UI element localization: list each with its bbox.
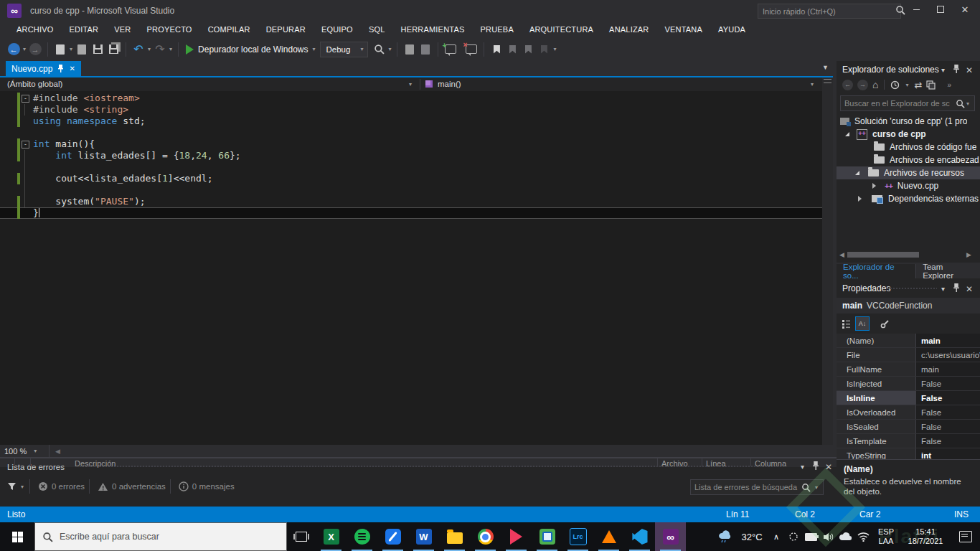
scroll-left-icon[interactable]: ◀ — [839, 251, 844, 258]
property-row-file[interactable]: Filec:\users\usuario\ — [837, 348, 980, 362]
taskbar-vscode-button[interactable] — [624, 522, 655, 551]
restore-button[interactable] — [930, 0, 951, 19]
taskbar-vlc-button[interactable] — [593, 522, 624, 551]
home-icon[interactable]: ⌂ — [872, 79, 878, 90]
code-line-4[interactable] — [0, 127, 822, 138]
debug-target-dropdown-icon[interactable]: ▾ — [312, 46, 315, 52]
taskbar-stylus-button[interactable] — [377, 522, 408, 551]
property-pages-icon[interactable] — [878, 317, 891, 330]
menu-arquitectura[interactable]: ARQUITECTURA — [522, 23, 601, 36]
clear-bookmarks-button[interactable] — [537, 41, 551, 58]
toggle-bookmark-button[interactable] — [489, 41, 504, 58]
properties-dropdown-icon[interactable]: ▾ — [941, 285, 945, 293]
editor-zoom-combobox[interactable]: 100 % ▾ — [0, 445, 50, 457]
scroll-right-icon[interactable]: ▶ — [966, 251, 971, 258]
categorized-view-icon[interactable] — [839, 317, 852, 330]
add-comment-button[interactable]: + — [443, 41, 458, 58]
code-line-1[interactable]: -#include <iostream> — [0, 93, 822, 104]
messages-count[interactable]: 0 mensajes — [192, 482, 235, 491]
collapsed-arrow-icon[interactable] — [872, 183, 876, 189]
solution-explorer-pin-icon[interactable] — [953, 65, 960, 73]
property-value[interactable]: False — [916, 405, 980, 419]
property-row-isinline[interactable]: IsInlineFalse — [837, 391, 980, 405]
task-view-button[interactable] — [287, 522, 316, 551]
collapsed-arrow-icon[interactable] — [858, 196, 862, 202]
delete-comment-button[interactable]: × — [464, 41, 479, 58]
expanded-arrow-icon[interactable] — [855, 171, 859, 175]
quick-launch-input[interactable]: Inicio rápido (Ctrl+Q) — [758, 4, 901, 19]
property-value[interactable]: False — [916, 434, 980, 448]
taskbar-play-button[interactable] — [501, 522, 532, 551]
alphabetical-sort-icon[interactable]: A↓ — [855, 316, 870, 331]
menu-herramientas[interactable]: HERRAMIENTAS — [393, 23, 473, 36]
tree-item-header-files[interactable]: Archivos de encabezad — [837, 154, 980, 166]
property-row-fullname[interactable]: FullNamemain — [837, 362, 980, 377]
taskbar-excel-button[interactable] — [316, 522, 347, 551]
collapse-all-icon[interactable] — [926, 80, 936, 90]
tree-item-resource-files[interactable]: Archivos de recursos — [837, 166, 980, 179]
menu-ayuda[interactable]: AYUDA — [710, 23, 753, 36]
previous-bookmark-button[interactable] — [505, 41, 519, 58]
tab-solution-explorer[interactable]: Explorador de so... — [837, 264, 916, 278]
menu-editar[interactable]: EDITAR — [62, 23, 107, 36]
action-center-button[interactable] — [951, 522, 980, 551]
scope-dropdown-icon[interactable]: ▾ — [409, 81, 412, 88]
minimize-button[interactable] — [905, 0, 927, 19]
column-linea[interactable]: Línea — [706, 459, 726, 467]
tree-item-external-dependencies[interactable]: Dependencias externas — [837, 192, 980, 205]
expanded-arrow-icon[interactable] — [845, 132, 849, 136]
property-row-isoverloaded[interactable]: IsOverloadedFalse — [837, 405, 980, 420]
undo-dropdown-icon[interactable]: ▾ — [148, 46, 151, 52]
code-line-8[interactable]: cout<<lista_edades[1]<<endl; — [0, 173, 822, 184]
se-overflow-icon[interactable]: » — [947, 81, 951, 89]
menu-proyecto[interactable]: PROYECTO — [138, 23, 199, 36]
member-dropdown-icon[interactable]: ▾ — [811, 81, 814, 88]
code-line-2[interactable]: #include <string> — [0, 104, 822, 116]
scrollbar-thumb[interactable] — [847, 252, 919, 258]
taskbar-explorer-button[interactable] — [439, 522, 470, 551]
properties-pin-icon[interactable] — [953, 283, 960, 292]
fold-collapse-icon[interactable]: - — [22, 141, 29, 149]
menu-analizar[interactable]: ANALIZAR — [601, 23, 656, 36]
close-button[interactable]: ✕ — [954, 0, 976, 19]
error-list-dropdown-icon[interactable]: ▾ — [801, 463, 804, 471]
menu-compilar[interactable]: COMPILAR — [200, 23, 258, 36]
tray-app-icon[interactable] — [785, 522, 802, 551]
property-row-istemplate[interactable]: IsTemplateFalse — [837, 434, 980, 448]
tree-item-project[interactable]: ++ curso de cpp — [837, 128, 980, 141]
code-line-5[interactable]: -int main(){ — [0, 138, 822, 150]
document-list-dropdown-icon[interactable]: ▼ — [822, 64, 829, 71]
solution-explorer-close-icon[interactable]: ✕ — [966, 65, 973, 75]
error-list-pin-icon[interactable] — [812, 461, 819, 470]
back-dropdown-icon[interactable]: ▾ — [23, 46, 26, 52]
new-file-dropdown-icon[interactable]: ▾ — [70, 46, 72, 52]
code-line-6[interactable]: int lista_edades[] = {18,24, 66}; — [0, 150, 822, 161]
tab-team-explorer[interactable]: Team Explorer — [916, 264, 980, 278]
save-all-button[interactable] — [106, 41, 121, 58]
taskbar-search-input[interactable]: Escribe aquí para buscar — [34, 522, 287, 551]
property-row-name[interactable]: (Name)main — [837, 334, 980, 348]
property-value[interactable]: False — [916, 391, 980, 405]
properties-drag-grip[interactable] — [887, 287, 937, 291]
toolbar-options-icon[interactable]: ▾ — [553, 46, 556, 52]
code-line-3[interactable]: using namespace std; — [0, 116, 822, 127]
taskbar-lightroom-button[interactable] — [562, 522, 593, 551]
save-button[interactable] — [90, 41, 105, 58]
property-value[interactable]: c:\users\usuario\ — [916, 348, 980, 362]
quick-launch-search-icon[interactable] — [895, 5, 905, 15]
weather-temperature[interactable]: 32°C — [736, 522, 768, 551]
find-in-files-button[interactable] — [372, 41, 386, 58]
tree-item-source-files[interactable]: Archivos de código fue — [837, 141, 980, 154]
properties-object-combobox[interactable]: main VCCodeFunction ▾ — [837, 298, 980, 314]
start-button[interactable] — [0, 522, 34, 551]
code-line-11[interactable]: } — [0, 207, 822, 219]
member-dropdown[interactable]: main() — [438, 80, 461, 88]
property-value[interactable]: False — [916, 420, 980, 433]
code-line-7[interactable] — [0, 161, 822, 173]
editor-splitter-grip[interactable] — [824, 79, 831, 83]
tab-close-icon[interactable]: ✕ — [69, 65, 75, 72]
navigate-forward-button[interactable]: → — [28, 41, 42, 58]
property-row-issealed[interactable]: IsSealedFalse — [837, 420, 980, 434]
se-back-icon[interactable]: ← — [842, 80, 853, 90]
errors-count[interactable]: 0 errores — [52, 482, 85, 491]
